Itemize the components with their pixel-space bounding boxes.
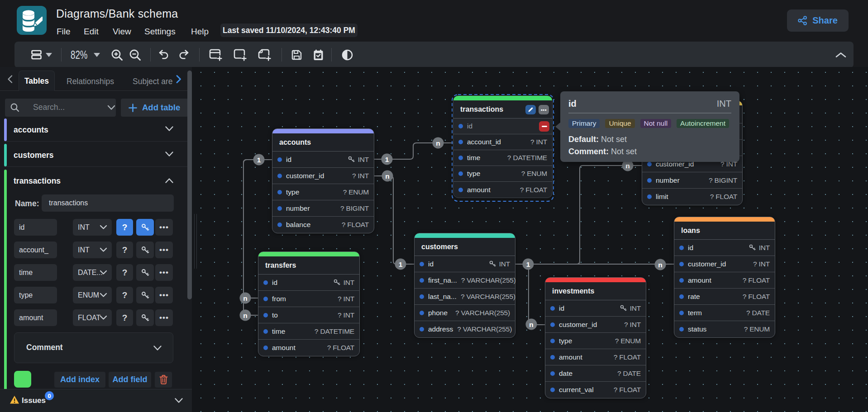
- svg-text:1: 1: [526, 260, 530, 268]
- svg-text:1: 1: [399, 260, 403, 268]
- svg-text:1: 1: [385, 156, 389, 163]
- svg-text:1: 1: [257, 156, 261, 164]
- svg-text:n: n: [625, 162, 630, 170]
- svg-text:n: n: [658, 261, 662, 269]
- svg-text:n: n: [529, 321, 533, 328]
- svg-text:n: n: [385, 172, 389, 180]
- svg-text:n: n: [436, 139, 440, 147]
- svg-text:n: n: [243, 312, 247, 319]
- svg-text:n: n: [243, 294, 247, 302]
